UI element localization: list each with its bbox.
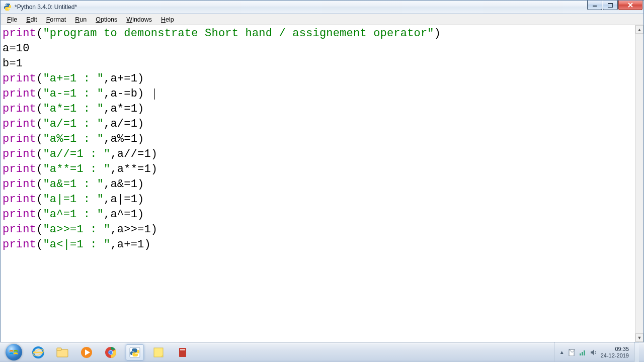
system-tray: ▲ 09:35 24-12-2019 [554, 342, 642, 362]
taskbar-explorer[interactable] [53, 344, 71, 360]
menu-options[interactable]: Options [91, 15, 122, 24]
menu-help[interactable]: Help [156, 15, 179, 24]
tray-action-center-icon[interactable] [568, 348, 576, 356]
svg-rect-16 [154, 348, 163, 357]
python-app-icon [4, 3, 12, 11]
svg-point-0 [6, 4, 7, 5]
close-button[interactable] [618, 1, 642, 10]
svg-rect-24 [584, 350, 585, 355]
text-caret [154, 88, 155, 100]
scroll-up-arrow[interactable]: ▲ [635, 25, 643, 34]
minimize-button[interactable] [587, 1, 602, 10]
svg-point-1 [9, 10, 9, 10]
taskbar: ▲ 09:35 24-12-2019 [0, 342, 644, 362]
clock-time: 09:35 [601, 346, 629, 352]
clock-date: 24-12-2019 [601, 352, 629, 359]
titlebar: *Python 3.4.0: Untitled* [0, 0, 644, 14]
scroll-down-arrow[interactable]: ▼ [635, 333, 643, 342]
taskbar-python-idle[interactable] [126, 344, 144, 360]
menu-file[interactable]: File [3, 15, 22, 24]
show-desktop-button[interactable] [634, 342, 639, 363]
maximize-button[interactable] [603, 1, 618, 10]
tray-volume-icon[interactable] [590, 348, 598, 356]
menu-run[interactable]: Run [70, 15, 91, 24]
svg-rect-19 [180, 349, 185, 350]
taskbar-sticky-notes[interactable] [150, 344, 168, 360]
window-controls [587, 1, 642, 14]
svg-rect-2 [593, 6, 597, 7]
tray-overflow-arrow[interactable]: ▲ [559, 349, 565, 355]
taskbar-chrome[interactable] [102, 344, 120, 360]
svg-rect-22 [580, 353, 581, 355]
start-button[interactable] [2, 342, 25, 363]
tray-clock[interactable]: 09:35 24-12-2019 [601, 346, 629, 359]
menubar: File Edit Format Run Options Windows Hel… [0, 14, 644, 25]
menu-edit[interactable]: Edit [22, 15, 42, 24]
svg-point-14 [109, 350, 112, 353]
editor-area[interactable]: print("program to demonstrate Short hand… [0, 25, 644, 342]
svg-rect-23 [582, 352, 583, 355]
menu-windows[interactable]: Windows [122, 15, 156, 24]
taskbar-wmp[interactable] [77, 344, 96, 360]
svg-rect-4 [608, 3, 613, 4]
svg-rect-8 [57, 348, 61, 350]
scroll-track[interactable] [635, 34, 643, 333]
code-text[interactable]: print("program to demonstrate Short hand… [1, 25, 643, 253]
vertical-scrollbar[interactable]: ▲ ▼ [635, 25, 643, 342]
svg-marker-25 [591, 349, 594, 355]
menu-format[interactable]: Format [42, 15, 71, 24]
window-title: *Python 3.4.0: Untitled* [15, 4, 587, 11]
taskbar-app[interactable] [174, 344, 192, 360]
taskbar-ie[interactable] [29, 344, 47, 360]
windows-logo-icon [9, 348, 18, 357]
taskbar-items [29, 344, 554, 360]
tray-network-icon[interactable] [579, 348, 587, 356]
